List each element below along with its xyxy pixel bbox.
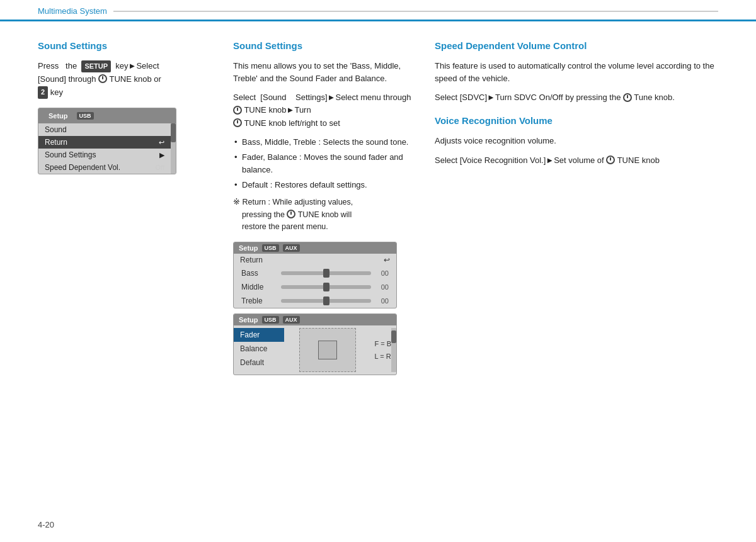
screen2-return-row: Return ↩ — [234, 254, 396, 266]
setup-badge: SETUP — [81, 60, 111, 73]
tune-knob-mid2 — [233, 118, 242, 127]
screen1-row-return: Return ↩ — [38, 136, 171, 149]
screen1-sound-label: Sound — [45, 125, 67, 134]
fader-body: Fader Balance Default F = B L = R — [234, 325, 396, 375]
tune-knob-sdvc — [623, 93, 632, 102]
screen3-title: Setup — [239, 316, 258, 324]
screen2-middle-val: 00 — [376, 283, 389, 291]
screen2-middle-label: Middle — [241, 283, 276, 291]
return-icon: ↩ — [159, 138, 164, 147]
fader-row-balance: Balance — [234, 342, 284, 356]
screen1-row-soundsettings: Sound Settings ▶ — [38, 149, 171, 161]
right-section-title1: Speed Dependent Volume Control — [435, 40, 718, 51]
fader-grid-area — [284, 328, 370, 372]
mid-section-title: Sound Settings — [233, 40, 416, 51]
screen2-treble-val: 00 — [376, 297, 389, 305]
screen2-aux: AUX — [283, 244, 300, 252]
page-number: 4-20 — [38, 520, 54, 529]
screen1-soundsettings-label: Sound Settings — [45, 150, 96, 159]
screen2-treble-track — [281, 299, 371, 303]
screen2-return-label: Return — [240, 256, 263, 264]
fader-row-default: Default — [234, 356, 284, 370]
right-vrv-body2: Select [Voice Recognition Vol.]►Set volu… — [435, 154, 718, 167]
press-instruction: Press the SETUP key►Select [Sound] throu… — [38, 60, 214, 99]
tune-knob-note — [287, 210, 295, 218]
arrow-icon-1: ▶ — [159, 151, 164, 159]
screen1-header: Setup USB — [38, 108, 176, 123]
screen2-bass-row: Bass 00 — [234, 266, 396, 280]
page-header: Multimedia System — [0, 0, 756, 21]
screen1-body-area: Sound Return ↩ Sound Settings ▶ Speed De… — [38, 123, 176, 174]
screen1-spd-label: Speed Dependent Vol. — [45, 163, 120, 172]
right-sdvc-body2: Select [SDVC]►Turn SDVC On/Off by pressi… — [435, 91, 718, 104]
fader-grid — [299, 328, 356, 372]
screen3-header: Setup USB AUX — [234, 314, 396, 325]
screen-mockup-1: Setup USB Sound Return ↩ Sound Settings … — [38, 108, 176, 174]
fader-label-lr: L = R — [374, 353, 391, 360]
screen1-scrollbar — [171, 123, 176, 174]
screen1-usb: USB — [77, 112, 94, 120]
screen2-usb: USB — [262, 244, 279, 252]
screen1-off-label: Off — [156, 164, 164, 171]
screen2-treble-thumb — [323, 296, 329, 305]
screen1-title: Setup — [43, 110, 73, 121]
screen2-return-icon: ↩ — [384, 256, 390, 264]
fader-scrollbar — [391, 328, 396, 372]
fader-row-fader: Fader — [234, 328, 284, 342]
screen2-bass-val: 00 — [376, 269, 389, 277]
header-divider — [113, 11, 718, 12]
screen2-title: Setup — [239, 244, 258, 252]
main-content: Sound Settings Press the SETUP key►Selec… — [0, 21, 756, 388]
tune-knob-mid1 — [233, 106, 242, 115]
screen3-aux: AUX — [283, 316, 300, 324]
screen1-body: Sound Return ↩ Sound Settings ▶ Speed De… — [38, 123, 171, 174]
screen2-bass-label: Bass — [241, 269, 276, 278]
mid-column: Sound Settings This menu allows you to s… — [233, 40, 416, 375]
note-text: ※ Return : While adjusting values, press… — [233, 196, 416, 233]
screen2-middle-thumb — [323, 283, 329, 291]
screen2-middle-row: Middle 00 — [234, 280, 396, 294]
bullet-3: Default : Restores default settings. — [233, 179, 416, 191]
screen1-row-sound: Sound — [38, 123, 171, 136]
fader-list: Fader Balance Default — [234, 328, 284, 372]
fader-scroll-thumb — [391, 330, 396, 343]
tune-knob-icon — [98, 74, 107, 83]
mid-body1: This menu allows you to set the 'Bass, M… — [233, 60, 416, 85]
bullet-1: Bass, Middle, Treble : Selects the sound… — [233, 136, 416, 149]
screen1-scrollthumb — [171, 123, 176, 142]
number-badge: 2 — [38, 86, 48, 99]
screen2-treble-label: Treble — [241, 296, 276, 305]
screen-mockup-2: Setup USB AUX Return ↩ Bass 00 Middle — [233, 242, 397, 308]
right-section-title2: Voice Recognition Volume — [435, 115, 718, 126]
right-column: Speed Dependent Volume Control This feat… — [435, 40, 718, 375]
right-vrv-body1: Adjusts voice recognition volume. — [435, 135, 718, 147]
screen2-treble-row: Treble 00 — [234, 294, 396, 308]
screen1-row-spd: Speed Dependent Vol. Off — [38, 161, 171, 174]
right-sdvc-body1: This feature is used to automatically co… — [435, 60, 718, 85]
screen2-bass-thumb — [323, 269, 329, 278]
screen2-middle-track — [281, 285, 371, 289]
screen3-usb: USB — [262, 316, 279, 324]
screen-mockup-3: Setup USB AUX Fader Balance Default F = … — [233, 313, 397, 375]
fader-label-fb: F = B — [374, 340, 391, 347]
screen2-header: Setup USB AUX — [234, 242, 396, 254]
left-column: Sound Settings Press the SETUP key►Selec… — [38, 40, 214, 375]
tune-knob-vrv — [606, 155, 615, 164]
bullet-2: Fader, Balance : Moves the sound fader a… — [233, 151, 416, 176]
left-section-title: Sound Settings — [38, 40, 214, 51]
mid-body2: Select [Sound Settings]►Select menu thro… — [233, 91, 416, 129]
fader-labels: F = B L = R — [374, 328, 391, 372]
screen1-return-label: Return — [45, 138, 67, 147]
bullet-list: Bass, Middle, Treble : Selects the sound… — [233, 136, 416, 192]
header-title: Multimedia System — [38, 6, 107, 16]
fader-grid-inner — [318, 341, 337, 359]
screen2-bass-track — [281, 271, 371, 275]
